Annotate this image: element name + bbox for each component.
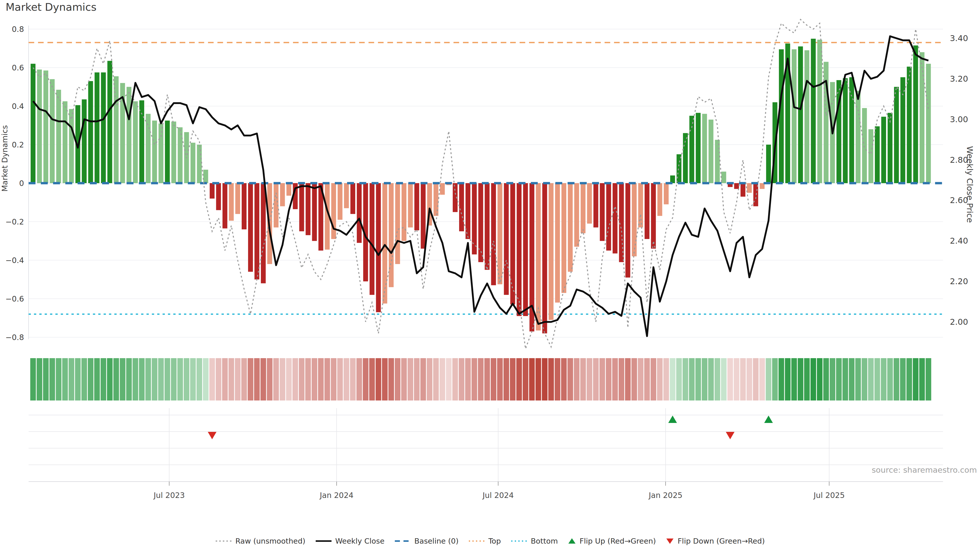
heatmap-cell (587, 358, 592, 400)
heatmap-cell (516, 358, 522, 400)
dynamics-bar (817, 40, 822, 183)
legend-label: Bottom (531, 537, 558, 545)
dynamics-bar (689, 116, 694, 183)
dynamics-bar (894, 87, 899, 183)
heatmap-cell (644, 358, 650, 400)
dynamics-bar (299, 183, 304, 231)
right-tick-label: 2.40 (950, 236, 968, 246)
heatmap-cell (465, 358, 471, 400)
right-axis-label: Weekly Close Price (964, 136, 975, 233)
heatmap-cell (139, 358, 145, 400)
heatmap-cell (190, 358, 196, 400)
heatmap-cell (881, 358, 886, 400)
dynamics-bar (747, 183, 752, 193)
dynamics-bar (466, 183, 470, 239)
x-tick-label: Jan 2024 (319, 491, 353, 500)
dynamics-bar (191, 143, 196, 183)
flip-up-marker (764, 416, 773, 423)
legend-item-bottom: Bottom (511, 537, 558, 545)
dynamics-bar (683, 133, 688, 183)
dynamics-bar (414, 183, 419, 230)
heatmap-cell (395, 358, 401, 400)
dynamics-bar (523, 183, 528, 316)
heatmap-cell (689, 358, 695, 400)
dynamics-bar (306, 183, 310, 235)
heatmap-cell (286, 358, 292, 400)
dynamics-bar (472, 183, 477, 254)
heatmap-cell (209, 358, 215, 400)
heatmap-cell (721, 358, 727, 400)
dynamics-bar (645, 183, 649, 239)
dynamics-bar (798, 46, 803, 183)
screenshot-root: 0.80.60.40.20−0.2−0.4−0.6−0.83.403.203.0… (0, 0, 980, 551)
dynamics-bar (804, 50, 809, 183)
legend-sample-baseline-line (394, 538, 411, 544)
dynamics-bar (511, 183, 515, 305)
dynamics-bar (62, 101, 67, 183)
dynamics-bar (766, 144, 771, 183)
heatmap-cell (913, 358, 918, 400)
flip-down-marker (726, 432, 735, 439)
dynamics-bar (555, 183, 560, 303)
dynamics-bar (676, 154, 681, 183)
dynamics-bar (811, 39, 816, 183)
dynamics-bar (920, 52, 924, 183)
dynamics-bar (382, 183, 387, 303)
heatmap-cell (81, 358, 87, 400)
heatmap-cell (145, 358, 151, 400)
dynamics-bar (907, 67, 912, 183)
heatmap-cell (94, 358, 100, 400)
heatmap-cell (107, 358, 113, 400)
left-tick-label: 0.2 (12, 140, 24, 149)
heatmap-cell (280, 358, 285, 400)
heatmap-cell (228, 358, 234, 400)
legend-label: Baseline (0) (414, 537, 458, 545)
heatmap-cell (855, 358, 861, 400)
heatmap-cell (382, 358, 388, 400)
heatmap-cell (510, 358, 515, 400)
dynamics-bar (280, 183, 285, 206)
dynamics-bar (843, 78, 848, 183)
heatmap-cell (727, 358, 733, 400)
heatmap-cell (804, 358, 810, 400)
dynamics-bar (875, 126, 880, 183)
legend-item-raw: Raw (unsmoothed) (215, 537, 305, 545)
dynamics-bar (30, 64, 35, 183)
dynamics-bar (542, 183, 547, 333)
heatmap-cell (798, 358, 803, 400)
page-title: Market Dynamics (6, 1, 97, 13)
x-tick-label: Jul 2023 (153, 491, 185, 500)
heatmap-cell (811, 358, 816, 400)
dynamics-bar (69, 109, 74, 183)
heatmap-cell (158, 358, 164, 400)
dynamics-bar (165, 121, 170, 183)
dynamics-bar (216, 183, 221, 210)
heatmap-cell (478, 358, 484, 400)
dynamics-bar (127, 87, 131, 183)
dynamics-bar (664, 183, 669, 204)
heatmap-cell (356, 358, 362, 400)
heatmap-cell (708, 358, 714, 400)
heatmap-cell (548, 358, 554, 400)
legend-label: Raw (unsmoothed) (235, 537, 305, 545)
dynamics-bar (440, 183, 445, 195)
dynamics-bar (926, 64, 931, 183)
heatmap-cell (529, 358, 535, 400)
heatmap-cell (791, 358, 797, 400)
dynamics-bar (159, 124, 163, 183)
dynamics-bar (632, 183, 637, 256)
heatmap-cell (561, 358, 566, 400)
heatmap-cell (504, 358, 509, 400)
dynamics-bar (101, 73, 106, 183)
dynamics-bar (286, 183, 291, 196)
legend-item-flip-up: Flip Up (Red→Green) (568, 537, 656, 545)
heatmap-cell (459, 358, 465, 400)
heatmap-cell (254, 358, 260, 400)
dynamics-bar (389, 183, 393, 287)
dynamics-bar (562, 183, 566, 293)
dynamics-bar (504, 183, 509, 295)
heatmap-cell (580, 358, 586, 400)
heatmap-cell (420, 358, 426, 400)
heatmap-cell (568, 358, 573, 400)
dynamics-bar (95, 73, 100, 183)
